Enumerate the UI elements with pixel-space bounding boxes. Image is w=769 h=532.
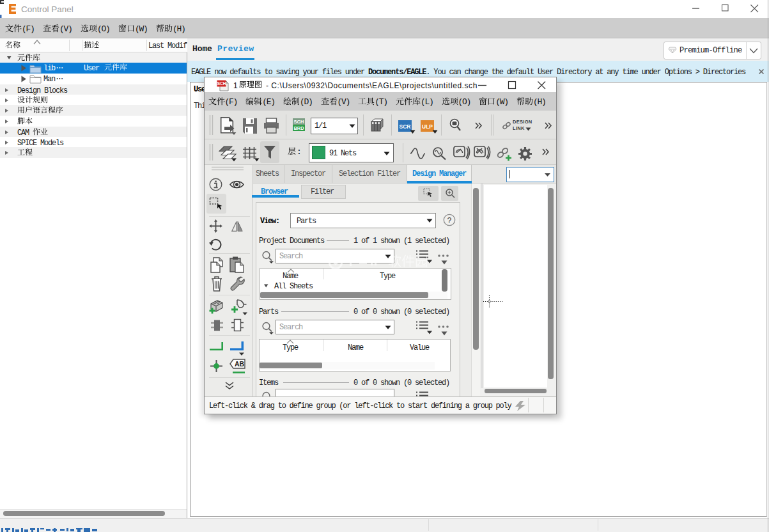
svg-text:SCR: SCR <box>400 123 411 130</box>
svg-text:BRD: BRD <box>293 125 304 131</box>
svg-text:AB: AB <box>235 360 245 368</box>
svg-text:ULP: ULP <box>422 123 433 130</box>
svg-text:SCH: SCH <box>294 119 304 125</box>
svg-text:SCH: SCH <box>217 81 226 86</box>
svg-text:?: ? <box>447 217 451 226</box>
